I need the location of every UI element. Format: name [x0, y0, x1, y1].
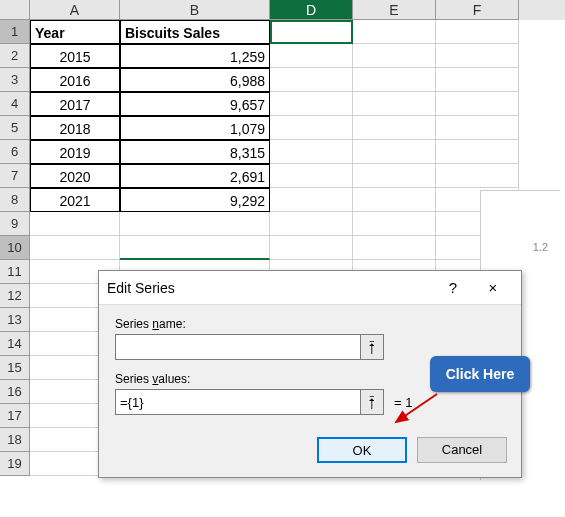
close-button[interactable]: × — [473, 271, 513, 305]
collapse-icon: ⭱ — [365, 339, 379, 355]
cell[interactable] — [270, 116, 353, 140]
series-values-result: = 1 — [394, 395, 412, 410]
cell-A3[interactable]: 2016 — [30, 68, 120, 92]
cell[interactable] — [270, 140, 353, 164]
col-header-D[interactable]: D — [270, 0, 353, 20]
col-header-B[interactable]: B — [120, 0, 270, 20]
cell[interactable] — [353, 92, 436, 116]
row-header[interactable]: 12 — [0, 284, 30, 308]
row-header[interactable]: 17 — [0, 404, 30, 428]
column-headers: A B D E F — [0, 0, 565, 20]
cell-B6[interactable]: 8,315 — [120, 140, 270, 164]
cell[interactable] — [353, 140, 436, 164]
row-header[interactable]: 14 — [0, 332, 30, 356]
annotation-callout: Click Here — [430, 356, 530, 392]
cell[interactable] — [30, 236, 120, 260]
cell[interactable] — [436, 44, 519, 68]
cell-B1[interactable]: Biscuits Sales — [120, 20, 270, 44]
row-header[interactable]: 18 — [0, 428, 30, 452]
row-header[interactable]: 8 — [0, 188, 30, 212]
row-header[interactable]: 2 — [0, 44, 30, 68]
cell[interactable] — [353, 20, 436, 44]
cell[interactable] — [353, 212, 436, 236]
col-header-E[interactable]: E — [353, 0, 436, 20]
cell[interactable] — [436, 140, 519, 164]
cell-B2[interactable]: 1,259 — [120, 44, 270, 68]
cell-D1-active[interactable] — [270, 20, 353, 44]
row-header[interactable]: 6 — [0, 140, 30, 164]
cell[interactable] — [353, 116, 436, 140]
collapse-icon: ⭱ — [365, 394, 379, 410]
row-header[interactable]: 4 — [0, 92, 30, 116]
cell-A5[interactable]: 2018 — [30, 116, 120, 140]
row-header[interactable]: 16 — [0, 380, 30, 404]
cell[interactable] — [120, 236, 270, 260]
cell[interactable] — [353, 44, 436, 68]
cell[interactable] — [120, 212, 270, 236]
select-all-corner[interactable] — [0, 0, 30, 20]
cell[interactable] — [270, 92, 353, 116]
dialog-title: Edit Series — [107, 280, 433, 296]
row-header[interactable]: 5 — [0, 116, 30, 140]
cell-B4[interactable]: 9,657 — [120, 92, 270, 116]
dialog-titlebar[interactable]: Edit Series ? × — [99, 271, 521, 305]
cell[interactable] — [270, 164, 353, 188]
cell[interactable] — [270, 236, 353, 260]
cell[interactable] — [270, 44, 353, 68]
cell[interactable] — [353, 164, 436, 188]
cell[interactable] — [270, 212, 353, 236]
cell-A1[interactable]: Year — [30, 20, 120, 44]
row-header[interactable]: 19 — [0, 452, 30, 476]
cell-B7[interactable]: 2,691 — [120, 164, 270, 188]
cell[interactable] — [436, 20, 519, 44]
cell-B5[interactable]: 1,079 — [120, 116, 270, 140]
row-header[interactable]: 10 — [0, 236, 30, 260]
row-header[interactable]: 13 — [0, 308, 30, 332]
cell[interactable] — [353, 236, 436, 260]
cell[interactable] — [436, 116, 519, 140]
col-header-A[interactable]: A — [30, 0, 120, 20]
cell-A4[interactable]: 2017 — [30, 92, 120, 116]
cell-A2[interactable]: 2015 — [30, 44, 120, 68]
ok-button[interactable]: OK — [317, 437, 407, 463]
cell[interactable] — [270, 188, 353, 212]
chart-tick-label: 1.2 — [533, 241, 548, 253]
cell-A8[interactable]: 2021 — [30, 188, 120, 212]
row-header[interactable]: 7 — [0, 164, 30, 188]
row-header[interactable]: 15 — [0, 356, 30, 380]
row-header[interactable]: 11 — [0, 260, 30, 284]
row-header[interactable]: 3 — [0, 68, 30, 92]
cell-A6[interactable]: 2019 — [30, 140, 120, 164]
cell[interactable] — [436, 164, 519, 188]
series-name-input[interactable] — [115, 334, 361, 360]
series-name-ref-button[interactable]: ⭱ — [360, 334, 384, 360]
help-button[interactable]: ? — [433, 271, 473, 305]
cell-A7[interactable]: 2020 — [30, 164, 120, 188]
cell[interactable] — [30, 212, 120, 236]
cell-B3[interactable]: 6,988 — [120, 68, 270, 92]
cell[interactable] — [353, 188, 436, 212]
cancel-button[interactable]: Cancel — [417, 437, 507, 463]
cell[interactable] — [436, 68, 519, 92]
col-header-F[interactable]: F — [436, 0, 519, 20]
cell-B8[interactable]: 9,292 — [120, 188, 270, 212]
series-values-input[interactable] — [115, 389, 361, 415]
cell[interactable] — [353, 68, 436, 92]
row-header[interactable]: 1 — [0, 20, 30, 44]
cell[interactable] — [270, 68, 353, 92]
row-header[interactable]: 9 — [0, 212, 30, 236]
cell[interactable] — [436, 92, 519, 116]
series-values-ref-button[interactable]: ⭱ — [360, 389, 384, 415]
series-name-label: Series name: — [115, 317, 505, 331]
